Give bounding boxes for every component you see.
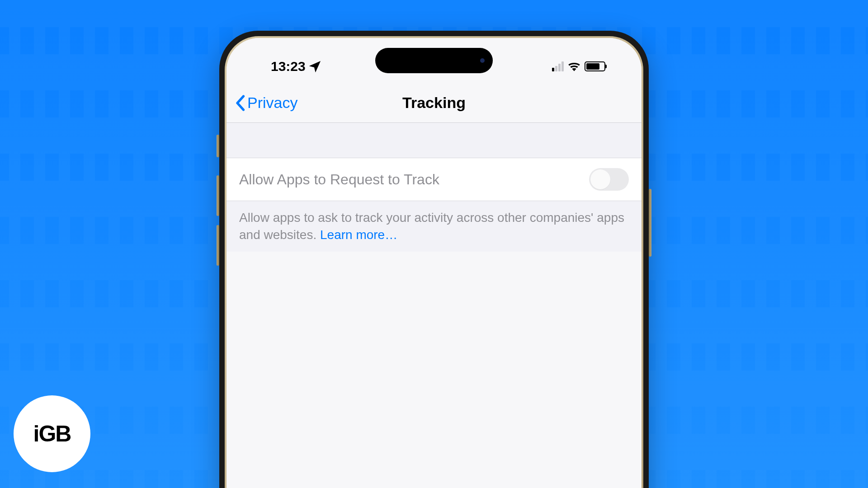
section-footer-text: Allow apps to ask to track your activity… [226, 201, 642, 252]
allow-tracking-label: Allow Apps to Request to Track [239, 171, 439, 188]
chevron-back-icon [235, 95, 245, 111]
settings-content: Allow Apps to Request to Track Allow app… [226, 123, 642, 488]
phone-volume-up-button [217, 175, 219, 216]
back-button-label: Privacy [247, 94, 297, 112]
phone-frame-inner: 13:23 [225, 36, 643, 488]
section-spacer [226, 123, 642, 158]
content-fill [226, 252, 642, 488]
igb-logo-text: iGB [33, 421, 71, 447]
phone-frame: 13:23 [219, 31, 649, 488]
igb-logo-badge: iGB [14, 395, 90, 472]
phone-side-button [217, 135, 219, 157]
page-title: Tracking [402, 94, 466, 112]
allow-tracking-toggle[interactable] [589, 168, 629, 191]
phone-volume-down-button [217, 225, 219, 266]
battery-icon [585, 61, 605, 71]
footer-description: Allow apps to ask to track your activity… [239, 211, 624, 242]
wifi-icon [568, 61, 580, 71]
allow-tracking-row: Allow Apps to Request to Track [226, 158, 642, 201]
navigation-bar: Privacy Tracking [226, 83, 642, 123]
phone-power-button [649, 189, 651, 257]
phone-screen: 13:23 [226, 38, 642, 488]
dynamic-island [375, 48, 493, 73]
status-bar-left: 13:23 [271, 59, 321, 74]
status-time: 13:23 [271, 59, 306, 74]
location-icon [309, 61, 321, 72]
cellular-signal-icon [552, 61, 564, 71]
status-bar-right [552, 61, 605, 71]
toggle-knob [590, 169, 610, 189]
back-button[interactable]: Privacy [235, 94, 297, 112]
learn-more-link[interactable]: Learn more… [320, 228, 397, 242]
